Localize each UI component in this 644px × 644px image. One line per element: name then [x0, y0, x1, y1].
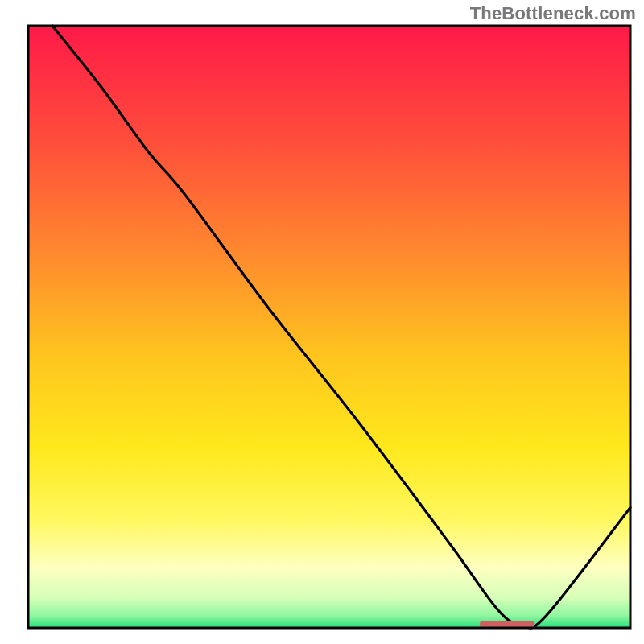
chart-container: { "attribution": "TheBottleneck.com", "c… — [0, 0, 644, 644]
plot-background — [28, 26, 630, 628]
bottleneck-chart — [0, 0, 644, 644]
attribution-text: TheBottleneck.com — [470, 3, 636, 24]
